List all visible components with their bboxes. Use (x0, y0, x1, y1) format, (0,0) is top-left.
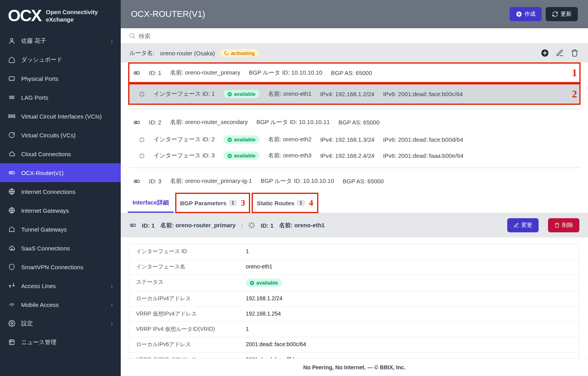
logo-area: OCX Open Connectivity eXchange (0, 0, 121, 31)
status-pill-activating: activating (220, 49, 259, 57)
sidebar-item-2[interactable]: LAG Ports (0, 88, 121, 107)
sidebar-item-11[interactable]: SmartVPN Connections (0, 257, 121, 276)
detail-label: VRRP 仮想IPv4アドレス (130, 307, 240, 321)
user-menu[interactable]: 佐藤 花子 › (0, 31, 121, 50)
instance-id: ID: 3 (149, 178, 162, 184)
instance-row[interactable]: ID: 3 名前: oreno-router_primary-ig-1 BGP … (129, 172, 579, 190)
sidebar-item-0[interactable]: ダッシュボード (0, 50, 121, 69)
instance-block: ID: 1 名前: oreno-router_primary BGP ルータ I… (121, 62, 588, 105)
nav-icon (8, 206, 16, 214)
sidebar-item-15[interactable]: ニュース管理 (0, 333, 121, 352)
tab-interface-detail[interactable]: Interface詳細 (128, 193, 174, 213)
instance-name: 名前: oreno-router_secondary (170, 119, 248, 126)
interface-row[interactable]: インターフェース ID: 1 available 名前: oreno-eth1 … (128, 83, 581, 105)
annotation-1: 1 (572, 67, 577, 79)
search-input[interactable] (139, 33, 580, 39)
nav-icon (8, 282, 16, 290)
iface-ipv4: IPv4: 192.168.1.3/24 (320, 136, 374, 143)
svg-point-27 (132, 225, 133, 226)
instance-bgp-as: BGP AS: 65000 (338, 119, 379, 126)
interface-icon (248, 222, 255, 229)
status-text: activating (231, 50, 255, 56)
svg-rect-2 (9, 172, 15, 174)
detail-row: ローカルIPv4アドレス192.168.1.2/24 (130, 291, 579, 307)
refresh-button[interactable]: 更新 (546, 7, 578, 21)
svg-rect-8 (9, 340, 14, 345)
sidebar-item-13[interactable]: Mobile Access› (0, 295, 121, 314)
sidebar-item-5[interactable]: Cloud Connections (0, 144, 121, 163)
status-pill-available: available (223, 90, 260, 98)
instance-bgp-as: BGP AS: 65000 (343, 178, 384, 184)
interface-row[interactable]: インターフェース ID: 2 available 名前: oreno-eth2 … (129, 131, 579, 148)
detail-breadcrumb-bar: ID: 1 名前: oreno-router_primary / ID: 1 名… (121, 213, 588, 237)
sidebar-item-label: Internet Connections (21, 188, 75, 195)
detail-value: available (240, 275, 579, 291)
sidebar-item-6[interactable]: OCX-Router(v1) (0, 163, 121, 182)
interface-row[interactable]: インターフェース ID: 3 available 名前: oreno-eth3 … (129, 148, 579, 164)
nav-icon (8, 319, 16, 327)
edit-button[interactable]: 変更 (507, 218, 539, 232)
chevron-right-icon: › (111, 301, 113, 308)
sidebar-item-7[interactable]: Internet Connections (0, 182, 121, 201)
sidebar-item-4[interactable]: Virtual Circuits (VCs) (0, 126, 121, 144)
bc-name: oreno-router_primary (176, 222, 236, 228)
nav-icon (8, 56, 16, 64)
status-text: available (256, 280, 278, 286)
sidebar-item-label: Tunnel Gateways (21, 226, 67, 233)
sidebar-item-12[interactable]: Access Lines› (0, 276, 121, 295)
annotation-3: 3 (241, 198, 245, 208)
svg-point-19 (136, 122, 137, 123)
breadcrumb-separator: / (241, 222, 243, 229)
instance-bgp-id: BGP ルータ ID: 10.10.10.10 (261, 177, 334, 185)
iface-ipv4: IPv4: 192.168.2.4/24 (320, 152, 374, 159)
search-bar[interactable] (121, 28, 588, 44)
trash-icon (554, 223, 560, 228)
router-icon (133, 178, 140, 185)
edit-icon-button[interactable] (555, 48, 564, 58)
tab-label: Static Routes (257, 200, 294, 206)
sidebar-item-10[interactable]: SaaS Connections (0, 239, 121, 257)
annotation-4: 4 (309, 198, 313, 208)
delete-button[interactable]: 削除 (548, 218, 579, 232)
nav-icon (8, 93, 16, 101)
instance-row[interactable]: ID: 2 名前: oreno-router_secondary BGP ルータ… (129, 113, 579, 131)
edit-icon (514, 223, 519, 228)
detail-row: ローカルIPv6アドレス2001:dead::face:b00c/64 (130, 337, 579, 352)
delete-icon-button[interactable] (570, 48, 579, 58)
instance-id: ID: 2 (149, 119, 162, 126)
nav-icon (8, 225, 16, 233)
status-pill-available: available (223, 135, 260, 144)
interface-icon (139, 91, 145, 97)
sidebar-item-1[interactable]: Physical Ports (0, 69, 121, 88)
nav-icon (8, 75, 16, 82)
sidebar-item-3[interactable]: Virtual Circuit Interfaces (VCIs) (0, 107, 121, 126)
sidebar-item-9[interactable]: Tunnel Gateways (0, 220, 121, 239)
iface-ipv6: IPv6: 2001:dead::faaa:b00e/64 (383, 152, 463, 159)
tab-label: Interface詳細 (132, 199, 169, 206)
sidebar-item-label: OCX-Router(v1) (21, 170, 64, 176)
svg-point-15 (136, 73, 137, 73)
brand-line1: Open Connectivity (46, 8, 98, 16)
svg-point-3 (10, 172, 11, 173)
content-scroll[interactable]: ルータ名: oreno-router (Osaka) activating ID… (121, 44, 588, 376)
router-icon (133, 69, 140, 77)
instance-block: ID: 3 名前: oreno-router_primary-ig-1 BGP … (121, 172, 588, 190)
tab-label: BGP Parameters (180, 200, 227, 206)
detail-value: 192.168.1.2/24 (240, 291, 579, 306)
iface-ipv4: IPv4: 192.168.1.2/24 (320, 91, 374, 97)
add-icon-button[interactable] (540, 48, 550, 58)
detail-row: インターフェース名oreno-eth1 (130, 259, 579, 275)
sidebar-item-8[interactable]: Internet Gateways (0, 201, 121, 220)
sidebar-item-14[interactable]: 設定› (0, 314, 121, 333)
tab-static-routes[interactable]: Static Routes 1 4 (252, 193, 318, 213)
svg-point-10 (130, 33, 134, 38)
svg-point-11 (225, 51, 229, 55)
instance-row[interactable]: ID: 1 名前: oreno-router_primary BGP ルータ I… (128, 62, 581, 83)
status-text: available (234, 91, 256, 97)
refresh-icon (552, 11, 558, 17)
tab-bgp-parameters[interactable]: BGP Parameters 1 3 (175, 193, 250, 213)
sidebar: OCX Open Connectivity eXchange 佐藤 花子 › ダ… (0, 0, 121, 376)
iface-id: インターフェース ID: 3 (154, 152, 215, 159)
create-button[interactable]: 作成 (510, 7, 542, 21)
bc-id: 1 (270, 222, 273, 229)
